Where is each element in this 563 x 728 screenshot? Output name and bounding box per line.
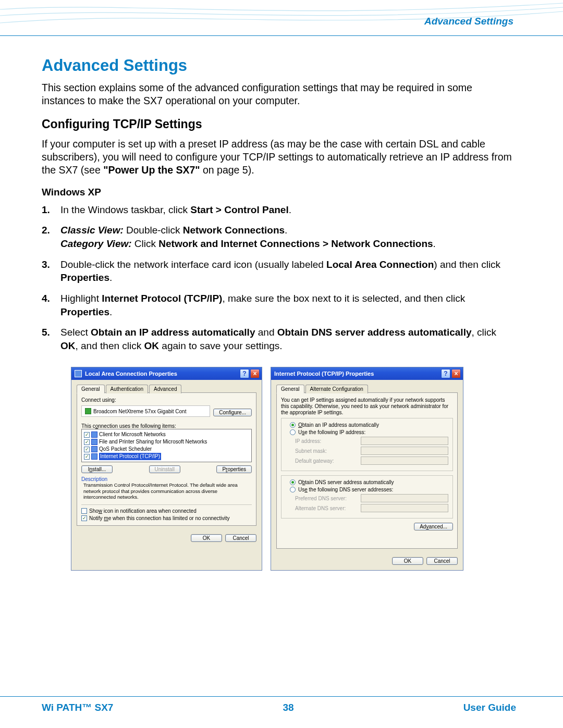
tab-alternate[interactable]: Alternate Configuration: [305, 385, 368, 393]
tab-general[interactable]: General: [276, 385, 304, 393]
gateway-input: [361, 456, 448, 465]
show-icon-checkbox[interactable]: Show icon in notification area when conn…: [81, 508, 252, 514]
configure-button[interactable]: Configure...: [213, 409, 252, 416]
properties-button[interactable]: Properties: [216, 465, 252, 473]
notify-checkbox[interactable]: ✓ Notify me when this connection has lim…: [81, 515, 252, 521]
field-mask: Subnet mask:: [295, 447, 448, 455]
help-button[interactable]: ?: [441, 369, 450, 378]
titlebar[interactable]: Internet Protocol (TCP/IP) Properties ? …: [271, 367, 463, 380]
checkbox-icon[interactable]: ✓: [84, 447, 90, 452]
window-icon: [75, 370, 82, 377]
description-body: Transmission Control Protocol/Internet P…: [81, 482, 252, 500]
section-intro-post: on page 5).: [200, 164, 254, 176]
uninstall-button[interactable]: Uninstall: [149, 465, 180, 473]
dns-group: Obtain DNS server address automatically …: [281, 475, 453, 519]
info-text: You can get IP settings assigned automat…: [281, 397, 453, 416]
section-intro: If your computer is set up with a preset…: [42, 138, 516, 177]
field-adns: Alternate DNS server:: [295, 504, 448, 512]
tabstrip: General Alternate Configuration: [276, 384, 458, 393]
step-5: 5. Select Obtain an IP address automatic…: [56, 326, 516, 352]
install-button[interactable]: Install...: [81, 465, 113, 473]
checkbox-icon[interactable]: ✓: [84, 454, 90, 460]
page-title: Advanced Settings: [42, 56, 516, 75]
tab-advanced[interactable]: Advanced: [149, 385, 181, 393]
dialog-tcpip-properties: Internet Protocol (TCP/IP) Properties ? …: [271, 367, 463, 571]
cancel-button[interactable]: Cancel: [225, 534, 256, 542]
radio-obtain-dns[interactable]: Obtain DNS server address automatically: [290, 479, 448, 485]
list-item-selected[interactable]: ✓Internet Protocol (TCP/IP): [84, 453, 249, 460]
step-1: 1. In the Windows taskbar, click Start >…: [56, 203, 516, 217]
mask-input: [361, 447, 448, 455]
header-rule: [0, 35, 563, 36]
page-footer: Wi PATH™ SX7 38 User Guide: [42, 702, 516, 713]
step-number: 1.: [42, 203, 50, 217]
page-number: 38: [283, 702, 293, 713]
window-title: Local Area Connection Properties: [85, 371, 239, 377]
field-pdns: Preferred DNS server:: [295, 494, 448, 502]
checkbox-icon[interactable]: ✓: [84, 439, 90, 445]
field-gateway: Default gateway:: [295, 456, 448, 465]
nic-icon: [85, 408, 91, 414]
list-item[interactable]: ✓QoS Packet Scheduler: [84, 446, 249, 453]
running-header: Advanced Settings: [424, 16, 513, 27]
items-label: This connection uses the following items…: [81, 423, 252, 429]
step-2: 2. Classic View: Double-click Network Co…: [56, 224, 516, 250]
product-name: Wi PATH™ SX7: [42, 702, 113, 713]
radio-icon[interactable]: [290, 487, 296, 492]
figure-row: Local Area Connection Properties ? × Gen…: [42, 367, 516, 571]
adapter-name: Broadcom NetXtreme 57xx Gigabit Cont: [93, 409, 186, 414]
description-heading: Description: [81, 476, 252, 482]
tab-general[interactable]: General: [77, 385, 105, 393]
step-4: 4. Highlight Internet Protocol (TCP/IP),…: [56, 292, 516, 318]
dialog-lac-properties: Local Area Connection Properties ? × Gen…: [71, 367, 262, 571]
step-3: 3. Double-click the network interface ca…: [56, 258, 516, 285]
checkbox-icon[interactable]: [81, 508, 87, 514]
step-number: 3.: [42, 258, 50, 272]
titlebar[interactable]: Local Area Connection Properties ? ×: [71, 367, 262, 380]
step-number: 5.: [42, 326, 50, 339]
os-heading: Windows XP: [42, 187, 516, 198]
advanced-button[interactable]: Advanced...: [414, 523, 453, 530]
pdns-input: [361, 494, 448, 502]
section-heading: Configuring TCP/IP Settings: [42, 117, 516, 131]
checkbox-icon[interactable]: ✓: [81, 515, 87, 521]
components-list[interactable]: ✓Client for Microsoft Networks ✓File and…: [81, 429, 252, 462]
help-button[interactable]: ?: [240, 369, 249, 378]
component-icon: [91, 453, 97, 460]
guide-label: User Guide: [463, 702, 516, 713]
footer-rule: [0, 696, 563, 697]
ok-button[interactable]: OK: [191, 534, 222, 542]
close-button[interactable]: ×: [451, 369, 461, 378]
intro-paragraph: This section explains some of the advanc…: [42, 81, 516, 108]
connect-using-label: Connect using:: [81, 397, 252, 403]
tab-authentication[interactable]: Authentication: [106, 385, 148, 393]
component-icon: [91, 431, 97, 438]
component-icon: [91, 446, 97, 452]
radio-use-dns[interactable]: Use the following DNS server addresses:: [290, 487, 448, 492]
step-number: 2.: [42, 224, 50, 237]
ok-button[interactable]: OK: [392, 557, 423, 565]
radio-icon[interactable]: [290, 429, 296, 435]
step-number: 4.: [42, 292, 50, 305]
ip-input: [361, 437, 448, 445]
window-title: Internet Protocol (TCP/IP) Properties: [274, 371, 440, 377]
field-ip: IP address:: [295, 437, 448, 445]
adns-input: [361, 504, 448, 512]
tabstrip: General Authentication Advanced: [77, 384, 256, 393]
close-button[interactable]: ×: [250, 369, 260, 378]
adapter-box: Broadcom NetXtreme 57xx Gigabit Cont: [81, 405, 210, 417]
component-icon: [91, 439, 97, 445]
checkbox-icon[interactable]: ✓: [84, 432, 90, 438]
ip-group: Obtain an IP address automatically Use t…: [281, 418, 453, 471]
list-item[interactable]: ✓File and Printer Sharing for Microsoft …: [84, 438, 249, 446]
radio-obtain-ip[interactable]: Obtain an IP address automatically: [290, 422, 448, 428]
radio-icon[interactable]: [290, 479, 296, 485]
cancel-button[interactable]: Cancel: [426, 557, 458, 565]
radio-icon[interactable]: [290, 422, 296, 428]
section-intro-ref: "Power Up the SX7": [103, 164, 200, 176]
steps-list: 1. In the Windows taskbar, click Start >…: [42, 203, 516, 353]
list-item[interactable]: ✓Client for Microsoft Networks: [84, 431, 249, 438]
radio-use-ip[interactable]: Use the following IP address:: [290, 429, 448, 435]
